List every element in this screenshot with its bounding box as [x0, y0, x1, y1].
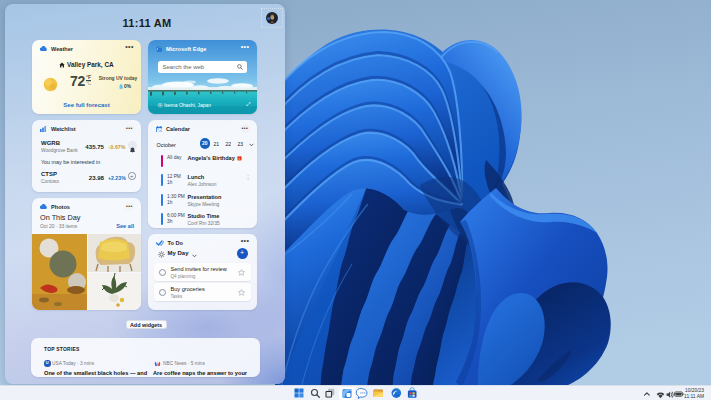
svg-text:10/20/23: 10/20/23 [685, 388, 704, 393]
svg-text:11:11 AM: 11:11 AM [684, 394, 704, 399]
